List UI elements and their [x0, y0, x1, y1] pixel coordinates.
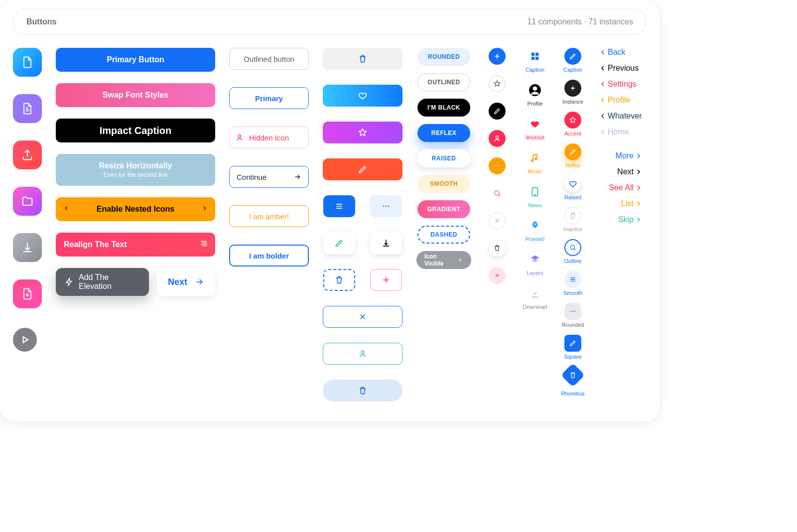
outlined-button-default[interactable]: Outlined button — [229, 48, 309, 70]
link-home[interactable]: Home — [599, 128, 629, 136]
svg-point-3 — [388, 206, 390, 207]
icon-layers[interactable] — [527, 251, 543, 268]
chip-icon-visible[interactable]: Icon Visible — [416, 251, 471, 269]
chip-rounded[interactable]: ROUNDED — [417, 48, 470, 66]
link-skip[interactable]: Skip — [618, 215, 643, 224]
icon-music[interactable] — [527, 149, 543, 166]
app-icon-add-file[interactable] — [13, 279, 42, 308]
primary-button[interactable]: Primary Button — [56, 48, 215, 72]
outlined-hidden-icon-button[interactable]: Hidden Icon — [229, 127, 309, 148]
resize-button[interactable]: Resize Horizontally Even for the second … — [56, 154, 215, 186]
caption: Rounded — [562, 322, 584, 328]
heart-button-gradient[interactable] — [323, 85, 402, 107]
circle3-smooth[interactable] — [564, 271, 581, 288]
circle-close-disabled[interactable] — [489, 212, 506, 229]
link-seeall[interactable]: See All — [609, 183, 643, 192]
outlined-amber-button[interactable]: I am amber! — [229, 205, 309, 227]
plus-icon — [381, 275, 391, 285]
star-button-gradient[interactable] — [323, 122, 402, 143]
col-app-icons — [13, 48, 42, 352]
user-outlined-button[interactable] — [323, 343, 402, 365]
link-previous[interactable]: Previous — [599, 64, 639, 73]
circle3-accent[interactable] — [564, 112, 581, 129]
circle3-raised[interactable] — [564, 175, 581, 192]
plus-dotted-button[interactable] — [370, 269, 402, 291]
icon-profile[interactable] — [527, 82, 543, 99]
chip-reflex[interactable]: REFLEX — [417, 124, 470, 142]
app-icon-document[interactable] — [13, 94, 42, 123]
circle-pencil-black[interactable] — [489, 103, 506, 120]
circle-plus-blue[interactable] — [489, 48, 506, 65]
col-outlined-buttons: Outlined button Primary Hidden Icon Cont… — [229, 48, 309, 266]
app-icon-folder[interactable] — [13, 187, 42, 216]
trash-button-grey[interactable] — [323, 48, 402, 70]
icon-grid-caption[interactable] — [527, 48, 543, 65]
circle3-reflex[interactable] — [564, 143, 581, 160]
circle-more-orange[interactable] — [489, 157, 506, 174]
caption: Wishlist — [526, 134, 544, 140]
swap-font-button[interactable]: Swap Font Styles — [56, 83, 215, 107]
add-elevation-button[interactable]: Add The Elevation — [56, 268, 149, 296]
link-settings[interactable]: Settings — [599, 80, 637, 89]
circle3-square[interactable] — [564, 335, 581, 352]
circle3-rounded[interactable] — [564, 303, 581, 320]
icon-wishlist[interactable] — [527, 116, 543, 133]
circle-search-flat[interactable] — [489, 185, 506, 202]
trash-pill-button[interactable] — [323, 380, 402, 401]
chip-dashed[interactable]: DASHED — [417, 226, 470, 244]
circle3-rhombus[interactable] — [561, 363, 585, 387]
col-chips: ROUNDED OUTLINED I'M BLACK REFLEX RAISED… — [416, 48, 471, 269]
nested-icons-button[interactable]: Enable Nested Icons — [56, 197, 215, 221]
svg-point-21 — [574, 311, 575, 312]
app-icon-file[interactable] — [13, 48, 42, 77]
close-icon — [494, 217, 501, 224]
more-button-lightblue[interactable] — [370, 195, 402, 217]
link-whatever[interactable]: Whatever — [599, 112, 642, 121]
outlined-bolder-button[interactable]: I am bolder — [229, 245, 309, 266]
circle-star-outline[interactable] — [489, 75, 506, 92]
circle3-instance[interactable] — [564, 80, 581, 97]
next-raised-button[interactable]: Next — [157, 268, 215, 296]
chip-black[interactable]: I'M BLACK — [417, 99, 470, 117]
close-icon — [358, 312, 367, 321]
icon-rocket[interactable] — [527, 217, 543, 234]
circle-trash-raised[interactable] — [489, 240, 506, 257]
menu-button-blue[interactable] — [323, 195, 355, 217]
link-list[interactable]: List — [621, 199, 643, 208]
chip-gradient[interactable]: GRADIENT — [417, 200, 470, 218]
caption: Reflex — [565, 162, 580, 168]
circle3-outline[interactable] — [564, 239, 581, 256]
circle-user-red[interactable] — [489, 130, 506, 147]
app-icon-upload[interactable] — [13, 140, 42, 169]
link-next[interactable]: Next — [617, 167, 643, 176]
chip-smooth[interactable]: SMOOTH — [417, 175, 470, 193]
circle3-inactive[interactable] — [564, 207, 581, 224]
columns: Primary Button Swap Font Styles Impact C… — [13, 48, 647, 401]
outlined-continue-button[interactable]: Continue — [229, 166, 309, 188]
pencil-raised-button[interactable] — [323, 232, 355, 254]
realign-button[interactable]: Realign The Text — [56, 233, 215, 257]
chip-raised[interactable]: RAISED — [417, 149, 470, 167]
trash-dashed-button[interactable] — [323, 269, 355, 291]
svg-point-0 — [238, 135, 241, 137]
link-profile[interactable]: Profile — [599, 96, 630, 105]
link-more[interactable]: More — [616, 151, 643, 160]
pencil-icon — [334, 238, 344, 248]
svg-rect-11 — [535, 53, 538, 56]
circle-plus-pink[interactable] — [489, 267, 506, 284]
icon-download-grey[interactable] — [527, 285, 543, 302]
arrow-right-icon — [293, 173, 301, 181]
caption: Raised — [564, 194, 581, 200]
close-outlined-button[interactable] — [323, 306, 402, 328]
app-icon-download[interactable] — [13, 233, 42, 262]
download-raised-button[interactable] — [370, 232, 402, 254]
dots-icon — [569, 307, 577, 315]
outlined-primary-button[interactable]: Primary — [229, 87, 309, 109]
circle3-caption[interactable] — [564, 48, 581, 65]
pencil-button-red[interactable] — [323, 158, 402, 180]
app-icon-play[interactable] — [13, 328, 37, 352]
link-back[interactable]: Back — [599, 48, 626, 57]
icon-news[interactable] — [527, 183, 543, 200]
chip-outlined[interactable]: OUTLINED — [417, 73, 470, 91]
impact-caption-button[interactable]: Impact Caption — [56, 119, 215, 142]
